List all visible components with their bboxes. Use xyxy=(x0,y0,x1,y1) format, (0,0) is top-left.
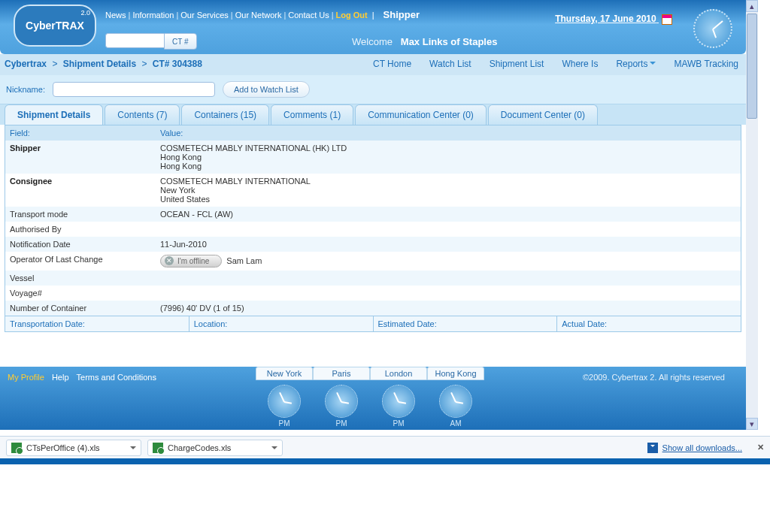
clock-ampm: PM xyxy=(370,419,427,428)
tab[interactable]: Comments (1) xyxy=(271,104,353,125)
clock-face-icon xyxy=(439,385,472,418)
detail-row: Voyage# xyxy=(5,286,741,301)
field-value xyxy=(156,271,741,286)
field-label: Authorised By xyxy=(5,222,156,237)
scroll-up-icon[interactable]: ▴ xyxy=(746,0,758,12)
footer-links: My ProfileHelpTerms and Conditions xyxy=(8,373,164,382)
field-label: Voyage# xyxy=(5,286,156,301)
detail-header: Field: Value: xyxy=(5,125,741,141)
role-label: Shipper xyxy=(383,9,420,20)
field-label: Number of Container xyxy=(5,301,156,316)
tab[interactable]: Document Center (0) xyxy=(488,104,598,125)
logo[interactable]: CyberTRAX 2.0 xyxy=(14,5,96,47)
download-filename: CTsPerOffice (4).xls xyxy=(26,443,100,452)
col-value: Value: xyxy=(156,125,741,141)
show-all-label: Show all downloads... xyxy=(662,443,742,452)
field-value xyxy=(156,286,741,301)
nav-link[interactable]: News xyxy=(105,11,126,20)
subnav-item[interactable]: Shipment List xyxy=(490,59,544,69)
breadcrumb-bar: Cybertrax > Shipment Details > CT# 30438… xyxy=(0,54,746,75)
download-icon xyxy=(647,443,658,453)
date-columns: Transportation Date:Location:Estimated D… xyxy=(5,316,741,331)
field-label: Transport mode xyxy=(5,207,156,222)
nav-link[interactable]: Our Network xyxy=(235,11,282,20)
subnav-item[interactable]: CT Home xyxy=(373,59,411,69)
detail-row: Vessel xyxy=(5,271,741,286)
col-field: Field: xyxy=(5,125,156,141)
quad-col: Transportation Date: xyxy=(5,316,189,331)
search-form: CT # xyxy=(105,33,197,50)
footer: My ProfileHelpTerms and Conditions ©2009… xyxy=(0,367,746,430)
world-clock: New York PM xyxy=(256,367,313,428)
nickname-row: Nickname: Add to Watch List xyxy=(0,75,746,104)
status-offline[interactable]: I'm offline xyxy=(160,255,222,268)
tab-bar: Shipment DetailsContents (7)Containers (… xyxy=(0,104,746,125)
excel-icon xyxy=(153,443,163,453)
excel-icon xyxy=(11,443,22,453)
current-date[interactable]: Thursday, 17 June 2010 xyxy=(555,14,672,25)
world-clocks: New York PM Paris PM London PM Hong Kong… xyxy=(256,367,484,428)
download-item[interactable]: ChargeCodes.xls xyxy=(147,440,283,456)
subnav-item[interactable]: Where Is xyxy=(562,59,598,69)
date-label: Thursday, 17 June 2010 xyxy=(555,14,656,24)
field-label: Operator Of Last Change xyxy=(5,252,156,271)
calendar-icon xyxy=(662,14,672,25)
search-button[interactable]: CT # xyxy=(164,33,197,50)
nav-link[interactable]: Our Services xyxy=(180,11,229,20)
logo-version: 2.0 xyxy=(80,9,90,17)
tab[interactable]: Shipment Details xyxy=(5,104,103,125)
world-clock: Hong Kong AM xyxy=(427,367,484,428)
scroll-thumb[interactable] xyxy=(747,14,757,119)
status-bar xyxy=(0,458,770,464)
vertical-scrollbar[interactable]: ▴ ▾ xyxy=(746,0,758,430)
breadcrumb-item[interactable]: Cybertrax xyxy=(5,59,47,69)
welcome-label: Welcome xyxy=(352,36,393,47)
nickname-input[interactable] xyxy=(53,82,215,97)
field-label: Shipper xyxy=(5,141,156,174)
nav-link[interactable]: Contact Us xyxy=(288,11,329,20)
sub-nav: CT HomeWatch ListShipment ListWhere IsRe… xyxy=(373,59,738,69)
clock-city: London xyxy=(370,367,427,380)
breadcrumb-item[interactable]: CT# 304388 xyxy=(153,59,202,69)
field-value: COSMETECH MABLY INTERNATIONALNew YorkUni… xyxy=(156,174,741,207)
download-filename: ChargeCodes.xls xyxy=(168,443,231,452)
field-label: Consignee xyxy=(5,174,156,207)
subnav-item[interactable]: Reports xyxy=(616,59,656,69)
field-value xyxy=(156,222,741,237)
close-download-bar[interactable]: ✕ xyxy=(757,443,764,452)
clock-city: Paris xyxy=(313,367,370,380)
tab[interactable]: Contents (7) xyxy=(105,104,180,125)
nav-link[interactable]: Information xyxy=(132,11,174,20)
detail-table: Field: Value: Shipper COSMETECH MABLY IN… xyxy=(5,125,741,332)
logout-link[interactable]: Log Out xyxy=(336,11,368,20)
detail-row: Shipper COSMETECH MABLY INTERNATIONAL (H… xyxy=(5,141,741,174)
show-all-downloads[interactable]: Show all downloads... xyxy=(647,443,742,453)
download-bar: CTsPerOffice (4).xls ChargeCodes.xls Sho… xyxy=(0,436,770,458)
detail-row: Number of Container (7996) 40' DV (1 of … xyxy=(5,301,741,316)
subnav-item[interactable]: Watch List xyxy=(429,59,471,69)
footer-link[interactable]: Terms and Conditions xyxy=(77,373,156,382)
detail-row: Transport mode OCEAN - FCL (AW) xyxy=(5,207,741,222)
tab[interactable]: Containers (15) xyxy=(181,104,269,125)
search-input[interactable] xyxy=(105,33,164,48)
logo-brand: CyberTRAX xyxy=(26,20,84,32)
copyright: ©2009. Cybertrax 2. All rights reserved xyxy=(583,373,725,382)
clock-ampm: PM xyxy=(313,419,370,428)
field-value: I'm offlineSam Lam xyxy=(156,252,741,271)
add-watch-button[interactable]: Add to Watch List xyxy=(223,81,310,98)
breadcrumb-item[interactable]: Shipment Details xyxy=(63,59,136,69)
clock-ampm: AM xyxy=(427,419,484,428)
welcome-text: Welcome Max Links of Staples xyxy=(352,36,497,47)
scroll-down-icon[interactable]: ▾ xyxy=(746,418,758,430)
download-item[interactable]: CTsPerOffice (4).xls xyxy=(6,440,141,456)
clock-face-icon xyxy=(325,385,358,418)
detail-row: Notification Date 11-Jun-2010 xyxy=(5,237,741,252)
quad-col: Estimated Date: xyxy=(374,316,558,331)
world-clock: London PM xyxy=(370,367,427,428)
footer-link[interactable]: Help xyxy=(52,373,69,382)
footer-link[interactable]: My Profile xyxy=(8,373,44,382)
app-header: CyberTRAX 2.0 News|Information|Our Servi… xyxy=(0,0,746,54)
tab[interactable]: Communication Center (0) xyxy=(355,104,487,125)
quad-col: Actual Date: xyxy=(557,316,741,331)
subnav-item[interactable]: MAWB Tracking xyxy=(674,59,738,69)
